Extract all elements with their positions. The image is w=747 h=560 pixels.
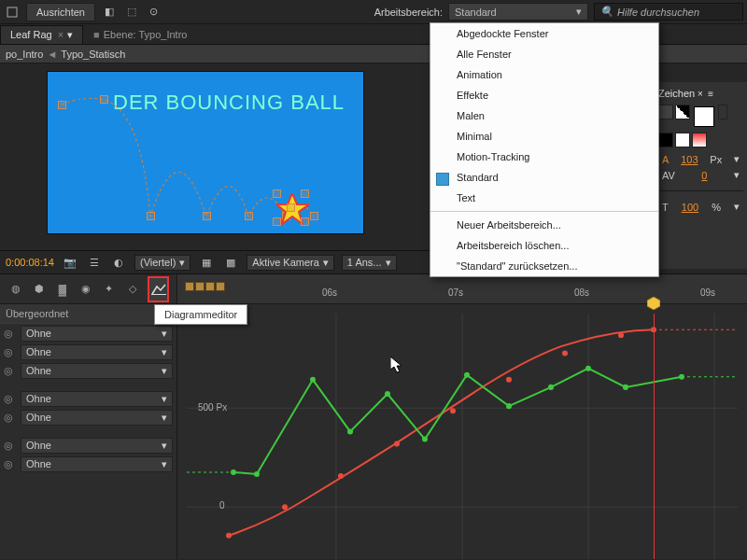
swatch-reset-icon[interactable] (718, 105, 727, 119)
keyframe-handle[interactable] (203, 212, 211, 220)
chevron-down-icon: ▾ (576, 6, 582, 18)
resolution-dropdown[interactable]: (Viertel) ▾ (134, 255, 190, 271)
shape-handle[interactable] (273, 189, 281, 198)
svg-marker-33 (647, 297, 660, 310)
svg-point-15 (562, 350, 568, 356)
menu-delete-workspace[interactable]: Arbeitsbereich löschen... (430, 235, 658, 256)
parent-header: Übergeordnet (0, 304, 176, 324)
snapshot-icon[interactable]: 📷 (62, 254, 78, 271)
menu-undocked[interactable]: Abgedockte Fenster (430, 23, 658, 44)
tracking-value[interactable]: 0 (701, 170, 707, 181)
channel-icon[interactable]: ☰ (86, 254, 103, 271)
anchor-icon[interactable] (4, 4, 21, 21)
search-toggle-icon[interactable]: ⊙ (146, 4, 162, 21)
mask-icon[interactable]: ▩ (222, 254, 239, 271)
menu-reset-standard[interactable]: "Standard" zurücksetzen... (430, 256, 658, 276)
parent-select[interactable]: Ohne▾ (21, 456, 173, 472)
svg-point-9 (226, 533, 232, 539)
time-ruler[interactable]: 06s 07s 08s 09s (177, 274, 747, 304)
keyframe-handle[interactable] (58, 101, 66, 109)
svg-point-28 (548, 385, 554, 390)
menu-new-workspace[interactable]: Neuer Arbeitsbereich... (430, 215, 658, 235)
menu-animation[interactable]: Animation (430, 64, 658, 85)
tab-typo-intro[interactable]: ■Ebene: Typo_Intro (83, 25, 197, 44)
shape-anchor[interactable] (287, 203, 295, 212)
in-out-markers[interactable] (185, 282, 225, 291)
parent-select[interactable]: Ohne▾ (21, 344, 173, 360)
shape-handle[interactable] (301, 217, 309, 226)
keyframe-handle[interactable] (100, 95, 108, 104)
menu-effects[interactable]: Effekte (430, 85, 658, 105)
menu-motion-tracking[interactable]: Motion-Tracking (430, 147, 658, 167)
cti-head-icon[interactable] (647, 297, 660, 310)
top-toolbar: Ausrichten ◧ ⬚ ⊙ Arbeitsbereich: Standar… (0, 0, 747, 24)
svg-point-27 (506, 403, 512, 409)
fill-swatch[interactable] (694, 106, 714, 127)
pickwhip-icon[interactable]: ◎ (4, 346, 17, 358)
3d-icon[interactable]: ⬢ (31, 279, 47, 300)
motion-blur-icon[interactable]: ◉ (78, 279, 93, 300)
pickwhip-icon[interactable]: ◎ (4, 328, 17, 340)
help-search-input[interactable]: 🔍 Hilfe durchsuchen (594, 3, 743, 21)
graph-chart[interactable]: 500 Px 0 (187, 314, 738, 559)
star-shape[interactable] (276, 193, 309, 226)
scale-value[interactable]: 100 (682, 202, 698, 213)
keyframe-handle[interactable] (310, 212, 318, 220)
blend-icon[interactable]: ◍ (7, 279, 23, 300)
svg-point-14 (506, 377, 512, 383)
pickwhip-icon[interactable]: ◎ (4, 458, 17, 470)
parent-select[interactable]: Ohne▾ (21, 326, 173, 342)
svg-point-30 (623, 385, 628, 390)
graph-editor-button[interactable] (148, 276, 169, 302)
grid-icon[interactable]: ▦ (198, 254, 215, 271)
tool-icon-1[interactable]: ◧ (101, 4, 118, 21)
parent-select[interactable]: Ohne▾ (21, 438, 173, 454)
stroke-swap-icon[interactable] (675, 105, 690, 119)
white-swatch[interactable] (675, 133, 690, 147)
color-mgmt-icon[interactable]: ◐ (110, 254, 127, 271)
tool-icon-2[interactable]: ⬚ (123, 4, 140, 21)
timecode[interactable]: 0:00:08:14 (6, 257, 54, 268)
current-time-indicator[interactable] (654, 314, 655, 559)
tab-leaf-rag[interactable]: Leaf Rag×▾ (0, 25, 83, 44)
parent-select[interactable]: Ohne▾ (21, 363, 173, 379)
menu-separator (430, 211, 658, 212)
crumb-b[interactable]: Typo_Statisch (61, 49, 125, 60)
graph-editor-pane[interactable]: 06s 07s 08s 09s 500 Px 0 (177, 274, 747, 559)
parent-select[interactable]: Ohne▾ (21, 391, 173, 407)
shape-handle[interactable] (301, 189, 309, 198)
svg-marker-34 (390, 357, 402, 372)
pickwhip-icon[interactable]: ◎ (4, 412, 17, 424)
menu-text[interactable]: Text (430, 188, 658, 208)
close-icon[interactable]: × (58, 29, 63, 40)
camera-dropdown[interactable]: Aktive Kamera ▾ (247, 255, 334, 271)
keyframe-handle[interactable] (245, 212, 253, 220)
menu-paint[interactable]: Malen (430, 105, 658, 126)
pickwhip-icon[interactable]: ◎ (4, 393, 17, 405)
none-swatch[interactable] (692, 133, 707, 147)
workspace-dropdown[interactable]: Standard ▾ (448, 3, 588, 21)
black-swatch[interactable] (658, 133, 673, 147)
views-dropdown[interactable]: 1 Ans... ▾ (342, 255, 397, 271)
align-button[interactable]: Ausrichten (26, 3, 95, 21)
parent-row: ◎Ohne▾ (0, 436, 176, 455)
frame-blend-icon[interactable]: ▓ (54, 279, 70, 300)
svg-point-29 (585, 366, 591, 371)
parent-row: ◎Ohne▾ (0, 324, 176, 343)
mouse-cursor (390, 357, 405, 375)
brainstorm-icon[interactable]: ✦ (101, 279, 117, 300)
crumb-a[interactable]: po_Intro (6, 49, 43, 60)
parent-select[interactable]: Ohne▾ (21, 410, 173, 426)
menu-standard[interactable]: Standard (430, 167, 658, 188)
pickwhip-icon[interactable]: ◎ (4, 440, 17, 452)
keyframe-handle[interactable] (147, 212, 155, 220)
menu-all-windows[interactable]: Alle Fenster (430, 44, 658, 64)
preview-canvas[interactable]: DER BOUNCING BALL (47, 71, 364, 234)
pickwhip-icon[interactable]: ◎ (4, 365, 17, 377)
auto-kf-icon[interactable]: ◇ (124, 279, 140, 300)
shape-handle[interactable] (273, 217, 281, 226)
font-size-value[interactable]: 103 (681, 154, 698, 165)
menu-minimal[interactable]: Minimal (430, 126, 658, 147)
parent-row: ◎Ohne▾ (0, 389, 176, 408)
eyedropper-icon[interactable] (658, 105, 673, 119)
